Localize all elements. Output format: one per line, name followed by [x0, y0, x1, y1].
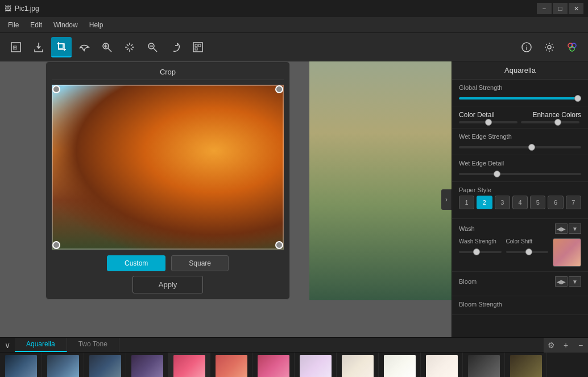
- wet-edge-strength-slider[interactable]: [459, 146, 581, 148]
- style-thumb-2[interactable]: Style 02: [42, 353, 84, 377]
- panel-title: Aquarella: [452, 61, 588, 80]
- crop-apply-button[interactable]: Apply: [132, 276, 204, 293]
- paper-style-buttons: 1 2 3 4 5 6 7: [459, 196, 581, 209]
- paper-style-label: Paper Style: [459, 187, 581, 193]
- crop-handle-br[interactable]: [275, 241, 283, 249]
- app-icon: 🖼: [5, 5, 11, 13]
- color-detail-label-pair: Color Detail Enhance Colors: [459, 111, 581, 119]
- color-shift-slider[interactable]: [506, 251, 549, 253]
- zoom-out-button[interactable]: [142, 37, 163, 57]
- tab-two-tone[interactable]: Two Tone: [67, 338, 119, 352]
- import-tool-button[interactable]: ⊞: [6, 37, 26, 57]
- export-tool-button[interactable]: [28, 37, 49, 57]
- bloom-section: Bloom ◀▶ ▼: [452, 272, 588, 296]
- rotate-button[interactable]: [165, 37, 185, 57]
- enhance-colors-slider[interactable]: [521, 121, 579, 123]
- paper-style-6-button[interactable]: 6: [548, 196, 563, 209]
- thumb-image-10: [384, 355, 416, 377]
- wash-strength-col: Wash Strength: [459, 238, 502, 255]
- paper-style-3-button[interactable]: 3: [495, 196, 510, 209]
- tab-aquarella[interactable]: Aquarella: [15, 338, 67, 352]
- crop-handle-tr[interactable]: [275, 85, 283, 93]
- svg-line-4: [108, 48, 111, 52]
- style-thumb-7[interactable]: Style 07: [252, 353, 295, 377]
- wash-menu-button[interactable]: ▼: [569, 223, 581, 234]
- style-thumb-8[interactable]: Style 08: [295, 353, 337, 377]
- pan-button[interactable]: [119, 37, 140, 57]
- main-area: Crop Custom Square Apply: [0, 61, 588, 337]
- bottom-tabs-bar: ∨ Aquarella Two Tone ⚙ + −: [0, 337, 588, 352]
- menu-help[interactable]: Help: [84, 19, 109, 31]
- wash-strength-slider[interactable]: [459, 251, 502, 253]
- bloom-prev-button[interactable]: ◀▶: [555, 276, 568, 287]
- paper-style-7-button[interactable]: 7: [566, 196, 581, 209]
- svg-rect-2: [59, 44, 63, 48]
- maximize-button[interactable]: □: [553, 3, 568, 14]
- thumb-image-9: [342, 355, 374, 377]
- style-thumb-9[interactable]: Style 09: [337, 353, 379, 377]
- fullscreen-button[interactable]: [188, 37, 208, 57]
- crop-square-button[interactable]: Square: [171, 255, 229, 271]
- style-thumb-5[interactable]: Style 05: [168, 353, 210, 377]
- bloom-menu-button[interactable]: ▼: [569, 276, 581, 287]
- wet-edge-detail-section: Wet Edge Detail: [452, 155, 588, 182]
- thumb-image-12: [468, 355, 500, 377]
- bottom-remove-button[interactable]: −: [573, 338, 588, 353]
- background-image: [309, 61, 452, 300]
- minimize-button[interactable]: −: [537, 3, 552, 14]
- style-thumb-12[interactable]: Style 12: [463, 353, 505, 377]
- paper-style-5-button[interactable]: 5: [530, 196, 545, 209]
- wash-strength-color-row: Wash Strength Color Shift: [459, 238, 581, 267]
- wet-edge-detail-slider[interactable]: [459, 173, 581, 175]
- menu-file[interactable]: File: [2, 19, 24, 31]
- panel-collapse-button[interactable]: ›: [441, 189, 452, 210]
- global-strength-slider[interactable]: [459, 97, 581, 100]
- paper-style-4-button[interactable]: 4: [512, 196, 528, 209]
- style-thumb-11[interactable]: Style 11: [421, 353, 463, 377]
- crop-title: Crop: [52, 68, 284, 80]
- menu-window[interactable]: Window: [48, 19, 84, 31]
- bottom-add-button[interactable]: +: [558, 338, 573, 353]
- svg-rect-12: [198, 44, 201, 47]
- style-thumb-4[interactable]: Style 04: [126, 353, 168, 377]
- title-bar: 🖼 Pic1.jpg − □ ✕: [0, 0, 588, 17]
- style-thumb-1[interactable]: Style 01: [0, 353, 42, 377]
- wash-prev-button[interactable]: ◀▶: [555, 223, 568, 234]
- paper-style-1-button[interactable]: 1: [459, 196, 474, 209]
- color-swatch[interactable]: [553, 238, 581, 267]
- style-thumb-13[interactable]: Style 13: [505, 353, 547, 377]
- crop-handle-bl[interactable]: [52, 241, 60, 249]
- svg-line-8: [154, 48, 157, 52]
- crop-custom-button[interactable]: Custom: [107, 255, 165, 271]
- bottom-settings-button[interactable]: ⚙: [544, 338, 558, 353]
- svg-rect-13: [195, 48, 197, 50]
- menu-edit[interactable]: Edit: [24, 19, 48, 31]
- zoom-in-button[interactable]: [97, 37, 117, 57]
- style-thumb-6[interactable]: Style 06: [210, 353, 252, 377]
- thumb-image-11: [426, 355, 458, 377]
- crop-tool-button[interactable]: [51, 37, 72, 57]
- info-button[interactable]: i: [516, 37, 537, 57]
- wet-edge-strength-section: Wet Edge Strength: [452, 129, 588, 155]
- svg-rect-10: [193, 43, 202, 52]
- style-strip: Style 01Style 02Style 03Style 04Style 05…: [0, 352, 588, 377]
- thumb-image-7: [258, 355, 289, 377]
- crop-handle-tl[interactable]: [52, 85, 60, 93]
- paper-style-2-button[interactable]: 2: [477, 196, 492, 209]
- color-detail-slider[interactable]: [459, 121, 517, 123]
- svg-rect-11: [195, 44, 197, 47]
- bird-tool-button[interactable]: [74, 37, 94, 57]
- bloom-row: Bloom ◀▶ ▼: [459, 276, 581, 287]
- style-thumb-10[interactable]: Style 10: [379, 353, 421, 377]
- color-detail-section: Color Detail Enhance Colors: [452, 106, 588, 129]
- close-button[interactable]: ✕: [569, 3, 583, 14]
- two-col-sliders: Wash Strength Color Shift: [459, 238, 548, 255]
- style-thumb-3[interactable]: Style 03: [84, 353, 126, 377]
- tabs-collapse-button[interactable]: ∨: [0, 338, 15, 352]
- effects-button[interactable]: [562, 37, 582, 57]
- bloom-label: Bloom: [459, 278, 477, 285]
- paper-style-section: Paper Style 1 2 3 4 5 6 7: [452, 182, 588, 219]
- settings-button[interactable]: [539, 37, 560, 57]
- wash-strength-label: Wash Strength: [459, 238, 502, 245]
- wet-edge-strength-label: Wet Edge Strength: [459, 133, 581, 140]
